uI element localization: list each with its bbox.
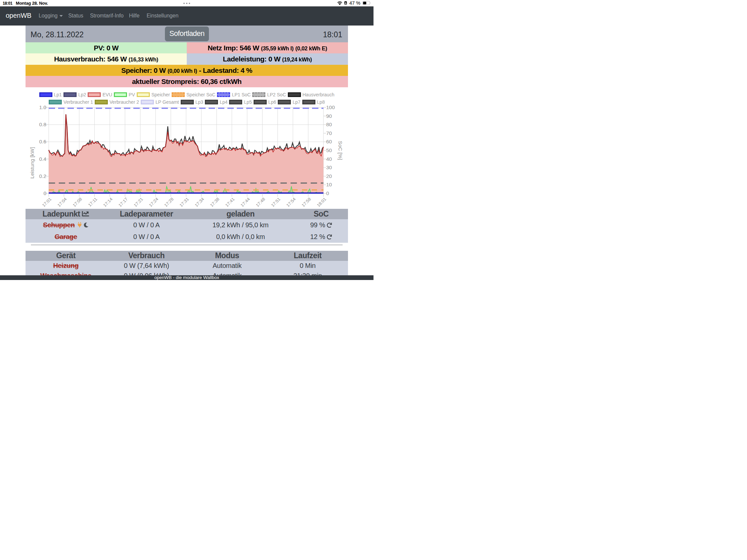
svg-text:17:28: 17:28 [163, 197, 175, 208]
svg-text:17:31: 17:31 [179, 197, 190, 208]
svg-text:0: 0 [326, 190, 329, 196]
svg-text:Leistung [kW]: Leistung [kW] [29, 147, 35, 179]
svg-text:17:44: 17:44 [239, 197, 251, 208]
svg-text:0: 0 [43, 190, 46, 196]
svg-text:17:41: 17:41 [224, 197, 236, 208]
svg-text:17:04: 17:04 [56, 197, 68, 208]
svg-text:17:11: 17:11 [87, 197, 98, 208]
svg-text:70: 70 [326, 130, 332, 136]
svg-text:18:01: 18:01 [316, 197, 328, 208]
svg-text:17:08: 17:08 [72, 197, 83, 208]
svg-text:17:54: 17:54 [285, 197, 297, 208]
svg-text:0.2: 0.2 [39, 173, 46, 179]
svg-text:17:38: 17:38 [209, 197, 220, 208]
svg-text:17:34: 17:34 [194, 197, 205, 208]
svg-text:17:58: 17:58 [301, 197, 312, 208]
svg-text:0.8: 0.8 [39, 122, 46, 127]
svg-text:80: 80 [326, 122, 332, 127]
svg-text:20: 20 [326, 173, 332, 179]
svg-text:50: 50 [326, 148, 332, 153]
svg-text:17:51: 17:51 [270, 197, 281, 208]
svg-text:30: 30 [326, 164, 332, 170]
svg-text:17:14: 17:14 [102, 197, 113, 208]
svg-text:SoC [%]: SoC [%] [338, 141, 343, 160]
svg-text:17:24: 17:24 [148, 197, 159, 208]
svg-text:17:21: 17:21 [133, 197, 144, 208]
svg-text:100: 100 [326, 104, 335, 110]
svg-text:60: 60 [326, 139, 332, 144]
svg-text:10: 10 [326, 182, 332, 187]
svg-text:17:48: 17:48 [255, 197, 266, 208]
svg-text:17:01: 17:01 [41, 197, 53, 208]
svg-text:90: 90 [326, 113, 332, 119]
svg-text:0.6: 0.6 [39, 139, 46, 144]
svg-text:40: 40 [326, 156, 332, 162]
svg-text:17:17: 17:17 [118, 197, 129, 208]
svg-text:1.0: 1.0 [39, 104, 46, 110]
svg-text:0.4: 0.4 [39, 156, 46, 162]
